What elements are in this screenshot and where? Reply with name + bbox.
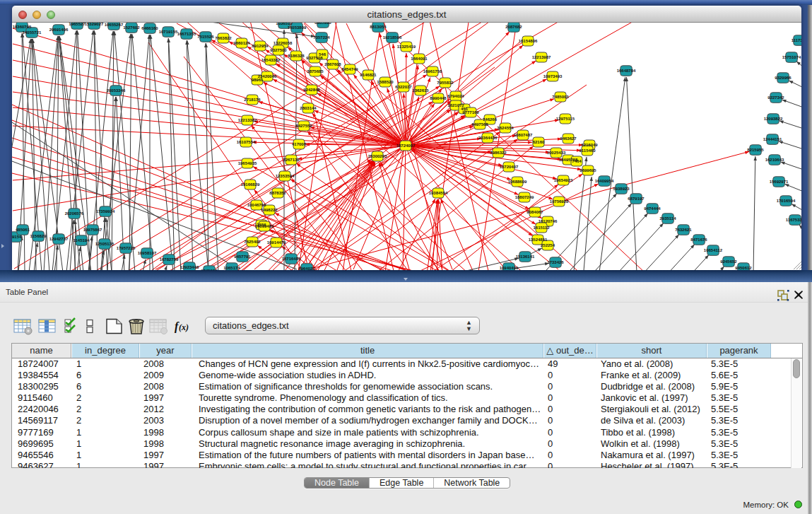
svg-text:485061: 485061 [16, 228, 30, 232]
svg-text:7625402: 7625402 [244, 240, 261, 244]
svg-text:7485003: 7485003 [552, 95, 569, 99]
svg-text:9450612: 9450612 [735, 266, 752, 270]
svg-text:9245012: 9245012 [201, 269, 218, 270]
svg-text:9327500: 9327500 [270, 48, 287, 52]
svg-text:7986322: 7986322 [490, 151, 507, 155]
svg-text:746266: 746266 [483, 117, 498, 122]
svg-text:16543382: 16543382 [261, 58, 281, 62]
svg-text:18360795: 18360795 [13, 25, 32, 29]
svg-text:15716485: 15716485 [282, 257, 301, 261]
svg-text:8454749: 8454749 [341, 67, 358, 71]
svg-text:(x): (x) [179, 322, 189, 332]
svg-text:16914479: 16914479 [267, 240, 286, 245]
svg-text:7955812: 7955812 [437, 81, 454, 85]
svg-text:10807487: 10807487 [514, 133, 533, 137]
svg-text:9146821: 9146821 [360, 73, 377, 77]
svg-text:2718176: 2718176 [244, 98, 261, 102]
svg-text:20364436: 20364436 [478, 136, 498, 140]
svg-text:1527602: 1527602 [123, 25, 140, 30]
svg-text:20053346: 20053346 [107, 88, 126, 93]
svg-text:9474444: 9474444 [644, 206, 661, 211]
svg-text:15720407: 15720407 [500, 165, 519, 169]
svg-text:1664091: 1664091 [411, 57, 428, 61]
svg-text:252254: 252254 [541, 243, 555, 247]
svg-text:14099489: 14099489 [255, 224, 274, 228]
svg-text:1362615: 1362615 [412, 88, 429, 93]
svg-text:9084067: 9084067 [526, 210, 543, 214]
svg-text:10958107: 10958107 [138, 251, 157, 255]
svg-text:2867608: 2867608 [324, 62, 341, 66]
svg-text:13524851: 13524851 [529, 238, 548, 242]
svg-text:10973493: 10973493 [543, 74, 563, 78]
svg-text:11675339: 11675339 [786, 218, 801, 222]
svg-text:12444151: 12444151 [763, 137, 782, 141]
svg-text:19654923: 19654923 [554, 178, 573, 182]
svg-text:2087682: 2087682 [505, 25, 522, 29]
svg-text:18807249: 18807249 [515, 195, 534, 199]
svg-text:6794024: 6794024 [447, 94, 464, 98]
svg-text:1588520: 1588520 [377, 80, 394, 84]
svg-text:18724007: 18724007 [396, 144, 416, 148]
svg-text:20691406: 20691406 [49, 28, 69, 32]
svg-text:9463627: 9463627 [560, 136, 577, 141]
svg-text:8215955: 8215955 [747, 148, 764, 152]
svg-text:7464: 7464 [572, 159, 582, 163]
svg-text:12505135: 12505135 [95, 242, 114, 246]
svg-text:417006: 417006 [292, 142, 307, 146]
svg-text:12942737: 12942737 [49, 237, 69, 241]
svg-text:546: 546 [319, 52, 326, 57]
svg-text:6216049: 6216049 [581, 143, 598, 147]
svg-text:12093822: 12093822 [764, 117, 783, 121]
svg-text:11325419: 11325419 [397, 45, 416, 49]
svg-text:2803144: 2803144 [300, 106, 317, 110]
svg-text:1156829: 1156829 [30, 234, 47, 238]
svg-text:17016504: 17016504 [777, 199, 796, 203]
svg-text:17359924: 17359924 [96, 209, 115, 214]
svg-text:16154806: 16154806 [519, 39, 538, 43]
svg-text:5938923: 5938923 [613, 187, 630, 191]
svg-text:10940499: 10940499 [500, 266, 519, 270]
svg-text:9660124: 9660124 [233, 41, 250, 45]
svg-text:16107554: 16107554 [237, 140, 256, 144]
svg-text:8471676: 8471676 [690, 238, 707, 242]
svg-text:16409954: 16409954 [595, 179, 614, 183]
svg-text:12213987: 12213987 [532, 55, 551, 59]
svg-text:1145194: 1145194 [73, 238, 90, 243]
svg-text:62160: 62160 [533, 140, 545, 144]
svg-text:9242848: 9242848 [303, 88, 320, 92]
svg-text:7663822: 7663822 [215, 36, 232, 40]
svg-text:7632621: 7632621 [675, 228, 692, 232]
svg-text:19218506: 19218506 [383, 35, 402, 40]
svg-text:12353594: 12353594 [276, 174, 295, 178]
svg-text:25300203: 25300203 [368, 154, 387, 158]
svg-text:8964023: 8964023 [298, 267, 315, 270]
svg-text:16053809: 16053809 [288, 25, 307, 30]
svg-text:12975115: 12975115 [556, 117, 575, 121]
svg-text:13226058: 13226058 [273, 41, 293, 45]
svg-text:5498222: 5498222 [261, 208, 278, 212]
svg-text:1615112: 1615112 [533, 226, 550, 230]
svg-text:15329027: 15329027 [85, 23, 104, 26]
svg-text:15136141: 15136141 [516, 255, 535, 259]
svg-text:14055721: 14055721 [23, 30, 42, 35]
svg-text:8186328: 8186328 [288, 54, 305, 58]
svg-text:10975867: 10975867 [83, 228, 102, 232]
svg-text:8878352: 8878352 [269, 191, 286, 195]
svg-text:39154: 39154 [12, 235, 22, 239]
svg-text:1117327: 1117327 [792, 38, 801, 42]
svg-text:20206576: 20206576 [65, 211, 84, 216]
svg-text:17957225: 17957225 [117, 246, 136, 250]
svg-text:9329966: 9329966 [775, 76, 792, 80]
svg-text:16671355: 16671355 [177, 32, 196, 36]
svg-text:7357224: 7357224 [313, 35, 330, 40]
svg-text:10025433: 10025433 [547, 151, 566, 155]
svg-text:8905998: 8905998 [314, 23, 331, 25]
svg-text:3624554: 3624554 [497, 126, 514, 130]
svg-text:19166829: 19166829 [241, 182, 260, 187]
svg-text:6879197: 6879197 [628, 197, 645, 201]
svg-text:19384554: 19384554 [429, 191, 448, 195]
svg-text:3875685: 3875685 [307, 69, 324, 74]
svg-text:16782759: 16782759 [160, 257, 179, 262]
svg-text:15692971: 15692971 [770, 180, 789, 184]
svg-text:15751074: 15751074 [782, 55, 801, 59]
